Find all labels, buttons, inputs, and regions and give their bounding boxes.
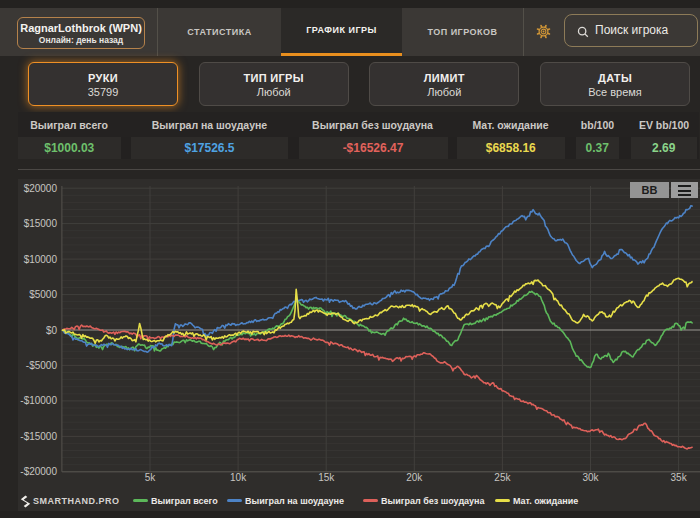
svg-text:$0: $0 xyxy=(46,325,58,336)
svg-text:15k: 15k xyxy=(318,472,335,483)
svg-text:25k: 25k xyxy=(494,472,511,483)
svg-text:$5000: $5000 xyxy=(29,289,57,300)
svg-text:$15000: $15000 xyxy=(24,218,58,229)
svg-text:30k: 30k xyxy=(582,472,599,483)
svg-text:$20000: $20000 xyxy=(24,183,58,194)
svg-text:5k: 5k xyxy=(145,472,157,483)
svg-text:-$20000: -$20000 xyxy=(20,466,57,477)
svg-text:10k: 10k xyxy=(230,472,247,483)
svg-text:-$15000: -$15000 xyxy=(20,431,57,442)
svg-text:35k: 35k xyxy=(671,472,688,483)
svg-text:20k: 20k xyxy=(406,472,423,483)
svg-text:-$10000: -$10000 xyxy=(20,395,57,406)
svg-text:$10000: $10000 xyxy=(24,254,58,265)
svg-text:-$5000: -$5000 xyxy=(26,360,58,371)
